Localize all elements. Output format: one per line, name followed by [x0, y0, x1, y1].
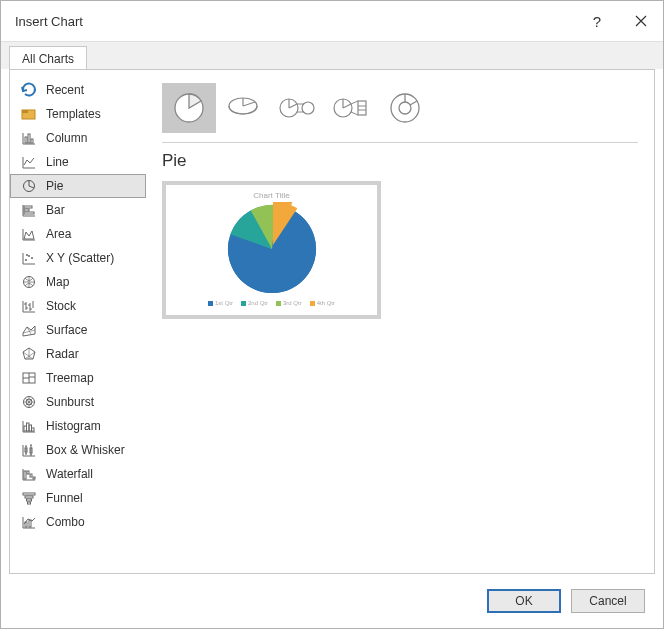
svg-point-9	[25, 259, 27, 261]
category-label: Pie	[46, 179, 63, 193]
svg-rect-23	[24, 471, 26, 479]
cancel-button[interactable]: Cancel	[571, 589, 645, 613]
ok-button[interactable]: OK	[487, 589, 561, 613]
pie-icon	[20, 177, 38, 195]
svg-rect-20	[32, 428, 35, 431]
category-boxwhisker[interactable]: Box & Whisker	[10, 438, 146, 462]
svg-rect-2	[25, 137, 27, 143]
category-label: Column	[46, 131, 87, 145]
titlebar: Insert Chart ?	[1, 1, 663, 41]
category-label: Sunburst	[46, 395, 94, 409]
svg-rect-30	[28, 502, 31, 504]
category-label: Box & Whisker	[46, 443, 125, 457]
category-label: Treemap	[46, 371, 94, 385]
svg-rect-38	[358, 101, 366, 115]
subtype-pie3d[interactable]	[216, 83, 270, 133]
svg-point-40	[399, 102, 411, 114]
tab-all-charts[interactable]: All Charts	[9, 46, 87, 70]
pieofpie-subtype-icon	[277, 93, 317, 123]
category-label: Bar	[46, 203, 65, 217]
chart-category-list: Recent Templates Column Line Pie Bar	[10, 70, 146, 573]
category-pie[interactable]: Pie	[10, 174, 146, 198]
divider	[162, 142, 638, 143]
subtype-doughnut[interactable]	[378, 83, 432, 133]
svg-rect-24	[27, 471, 29, 474]
bar-icon	[20, 201, 38, 219]
dialog-footer: OK Cancel	[1, 574, 663, 628]
category-label: Radar	[46, 347, 79, 361]
category-label: Surface	[46, 323, 87, 337]
surface-icon	[20, 321, 38, 339]
category-radar[interactable]: Radar	[10, 342, 146, 366]
category-histogram[interactable]: Histogram	[10, 414, 146, 438]
line-icon	[20, 153, 38, 171]
category-label: Area	[46, 227, 71, 241]
category-stock[interactable]: Stock	[10, 294, 146, 318]
category-waterfall[interactable]: Waterfall	[10, 462, 146, 486]
category-bar[interactable]: Bar	[10, 198, 146, 222]
category-label: Map	[46, 275, 69, 289]
category-label: Line	[46, 155, 69, 169]
category-scatter[interactable]: X Y (Scatter)	[10, 246, 146, 270]
category-column[interactable]: Column	[10, 126, 146, 150]
svg-rect-6	[24, 206, 32, 208]
close-icon	[635, 15, 647, 27]
content-pane: Pie Chart Title	[146, 70, 654, 573]
close-button[interactable]	[619, 1, 663, 41]
scatter-icon	[20, 249, 38, 267]
category-label: Histogram	[46, 419, 101, 433]
main-area: Recent Templates Column Line Pie Bar	[9, 69, 655, 574]
svg-rect-28	[25, 496, 33, 498]
category-label: Templates	[46, 107, 101, 121]
svg-rect-7	[24, 209, 29, 211]
category-label: Recent	[46, 83, 84, 97]
category-templates[interactable]: Templates	[10, 102, 146, 126]
sunburst-icon	[20, 393, 38, 411]
svg-point-12	[26, 254, 28, 256]
map-icon	[20, 273, 38, 291]
funnel-icon	[20, 489, 38, 507]
svg-point-11	[31, 257, 33, 259]
chart-preview[interactable]: Chart Title	[162, 181, 381, 319]
category-label: X Y (Scatter)	[46, 251, 114, 265]
category-area[interactable]: Area	[10, 222, 146, 246]
barofpie-subtype-icon	[331, 93, 371, 123]
svg-rect-32	[29, 520, 31, 527]
category-label: Stock	[46, 299, 76, 313]
svg-rect-27	[23, 493, 35, 495]
svg-rect-4	[31, 139, 33, 143]
doughnut-subtype-icon	[387, 90, 423, 126]
category-surface[interactable]: Surface	[10, 318, 146, 342]
category-label: Funnel	[46, 491, 83, 505]
preview-title: Chart Title	[253, 191, 289, 200]
category-funnel[interactable]: Funnel	[10, 486, 146, 510]
subtype-barofpie[interactable]	[324, 83, 378, 133]
dialog-title: Insert Chart	[15, 14, 575, 29]
histogram-icon	[20, 417, 38, 435]
svg-rect-26	[33, 477, 35, 479]
svg-rect-1	[22, 110, 28, 113]
preview-legend: 1st Qtr 2nd Qtr 3rd Qtr 4th Qtr	[208, 300, 335, 306]
column-icon	[20, 129, 38, 147]
svg-rect-29	[27, 499, 32, 501]
category-treemap[interactable]: Treemap	[10, 366, 146, 390]
boxwhisker-icon	[20, 441, 38, 459]
waterfall-icon	[20, 465, 38, 483]
stock-icon	[20, 297, 38, 315]
category-map[interactable]: Map	[10, 270, 146, 294]
pie3d-subtype-icon	[225, 93, 261, 123]
subtype-pieofpie[interactable]	[270, 83, 324, 133]
area-icon	[20, 225, 38, 243]
category-label: Combo	[46, 515, 85, 529]
category-line[interactable]: Line	[10, 150, 146, 174]
svg-rect-3	[28, 134, 30, 143]
subtype-pie[interactable]	[162, 83, 216, 133]
category-sunburst[interactable]: Sunburst	[10, 390, 146, 414]
treemap-icon	[20, 369, 38, 387]
category-recent[interactable]: Recent	[10, 78, 146, 102]
svg-point-10	[28, 255, 30, 257]
insert-chart-dialog: Insert Chart ? All Charts Recent Templat…	[0, 0, 664, 629]
tabstrip: All Charts	[1, 41, 663, 69]
category-combo[interactable]: Combo	[10, 510, 146, 534]
help-button[interactable]: ?	[575, 1, 619, 41]
